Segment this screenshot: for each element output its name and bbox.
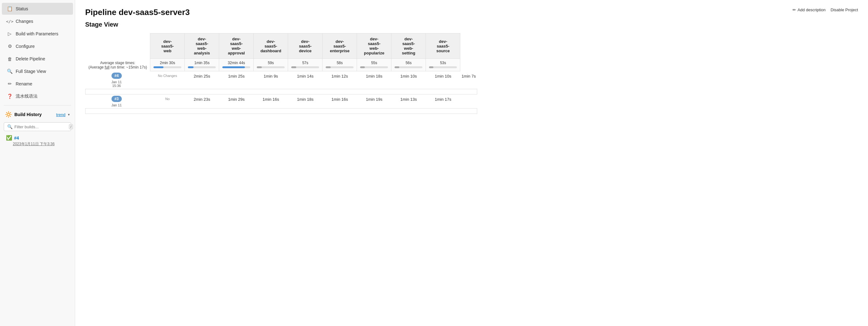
build-badge[interactable]: #3 bbox=[112, 96, 122, 102]
sidebar-item-label: Changes bbox=[16, 19, 33, 24]
stage-header-dashboard: dev- saas5- dashboard bbox=[254, 33, 288, 59]
stage-header-source: dev- saas5- source bbox=[426, 33, 460, 59]
build-badge[interactable]: #4 bbox=[112, 73, 122, 79]
action-buttons: ✏ Add description Disable Project bbox=[793, 7, 858, 12]
sidebar-item-build-with-parameters[interactable]: ▷ Build with Parameters bbox=[2, 28, 73, 40]
filter-builds-container[interactable]: 🔍 / bbox=[4, 122, 71, 131]
sidebar-item-label: 流水线语法 bbox=[16, 94, 38, 99]
build-time-cell: 1min 17s bbox=[426, 94, 460, 108]
stage-table: dev- saas5- webdev- saas5- web- analysis… bbox=[85, 33, 477, 114]
avg-time-dashboard: 59s bbox=[254, 59, 288, 71]
avg-time-web-analysis: 1min 35s bbox=[185, 59, 219, 71]
build-time-cell: 1min 18s bbox=[357, 71, 392, 89]
no-changes-cell: No Changes bbox=[150, 71, 185, 89]
page-title: Pipeline dev-saas5-server3 bbox=[85, 7, 190, 17]
sidebar-item-label: Full Stage View bbox=[16, 69, 46, 74]
build-time-cell: 1min 29s bbox=[219, 94, 254, 108]
build-time-cell: 1min 19s bbox=[357, 94, 392, 108]
stage-header-web-popularize: dev- saas5- web- popularize bbox=[357, 33, 392, 59]
no-changes-cell: No bbox=[150, 94, 185, 108]
build-time-cell: 1min 9s bbox=[254, 71, 288, 89]
trash-icon: 🗑 bbox=[7, 56, 12, 62]
sidebar-item-label: Configure bbox=[16, 44, 35, 49]
sidebar-item-pipeline-syntax[interactable]: ❓ 流水线语法 bbox=[2, 90, 73, 102]
build-time-cell: 1min 14s bbox=[288, 71, 322, 89]
main-content: Pipeline dev-saas5-server3 ✏ Add descrip… bbox=[75, 0, 868, 326]
stage-header-web-approval: dev- saas5- web- approval bbox=[219, 33, 254, 59]
avg-time-web-approval: 32min 44s bbox=[219, 59, 254, 71]
stage-header-device: dev- saas5- device bbox=[288, 33, 322, 59]
trend-link[interactable]: trend bbox=[56, 112, 65, 117]
gear-icon: ⚙ bbox=[7, 43, 12, 49]
question-icon: ❓ bbox=[7, 94, 12, 99]
stage-header-web-setting: dev- saas5- web- setting bbox=[392, 33, 426, 59]
stage-view-container: dev- saas5- webdev- saas5- web- analysis… bbox=[85, 33, 858, 114]
search-icon: 🔍 bbox=[7, 124, 12, 129]
avg-time-device: 57s bbox=[288, 59, 322, 71]
check-circle-icon: ✅ bbox=[6, 135, 12, 141]
avg-time-web-popularize: 55s bbox=[357, 59, 392, 71]
build-time-cell: 1min 13s bbox=[392, 94, 426, 108]
build-time-cell: 1min 18s bbox=[288, 94, 322, 108]
avg-time-enterprise: 58s bbox=[322, 59, 357, 71]
avg-label: Average stage times:(Average full run ti… bbox=[86, 59, 150, 71]
pencil-icon: ✏ bbox=[793, 7, 796, 12]
changes-icon: </> bbox=[7, 19, 12, 24]
disable-project-button[interactable]: Disable Project bbox=[831, 7, 858, 12]
stage-header-web: dev- saas5- web bbox=[150, 33, 185, 59]
sidebar-item-label: Rename bbox=[16, 82, 32, 86]
build-time-cell: 2min 23s bbox=[185, 94, 219, 108]
avg-time-web-setting: 56s bbox=[392, 59, 426, 71]
build-time-cell: 1min 7s bbox=[460, 71, 477, 89]
build-number-cell: #4 Jan 11 15:36 bbox=[86, 71, 150, 89]
sidebar-item-changes[interactable]: </> Changes bbox=[2, 15, 73, 27]
stage-header-web-analysis: dev- saas5- web- analysis bbox=[185, 33, 219, 59]
sidebar-divider bbox=[4, 105, 71, 105]
build-time-cell bbox=[460, 94, 477, 108]
sidebar-item-configure[interactable]: ⚙ Configure bbox=[2, 40, 73, 52]
sidebar-item-label: Status bbox=[16, 6, 28, 11]
table-row: #3 Jan 11 No2min 23s1min 29s1min 16s1min… bbox=[86, 94, 477, 108]
build-link[interactable]: ✅ #4 bbox=[6, 135, 70, 141]
build-history-section: 🔆 Build History trend ▾ bbox=[0, 108, 75, 121]
build-item: ✅ #4 2023年1月11日 下午3:36 bbox=[0, 132, 75, 149]
search-input[interactable] bbox=[14, 125, 67, 129]
status-icon: 📋 bbox=[7, 6, 12, 11]
build-time-cell: 2min 25s bbox=[185, 71, 219, 89]
build-time-cell: 1min 16s bbox=[254, 94, 288, 108]
build-time-cell: 1min 10s bbox=[392, 71, 426, 89]
chevron-down-icon: ▾ bbox=[68, 112, 70, 117]
sidebar: 📋 Status </> Changes ▷ Build with Parame… bbox=[0, 0, 75, 326]
build-date[interactable]: 2023年1月11日 下午3:36 bbox=[6, 141, 70, 147]
sidebar-item-full-stage-view[interactable]: 🔍 Full Stage View bbox=[2, 65, 73, 77]
sidebar-item-rename[interactable]: ✏ Rename bbox=[2, 78, 73, 90]
sidebar-item-delete-pipeline[interactable]: 🗑 Delete Pipeline bbox=[2, 53, 73, 65]
build-time-cell: 1min 10s bbox=[426, 71, 460, 89]
pencil-icon: ✏ bbox=[7, 81, 12, 87]
stage-view-title: Stage View bbox=[85, 21, 858, 28]
build-history-title: Build History bbox=[14, 112, 54, 117]
avg-time-web: 2min 30s bbox=[150, 59, 185, 71]
sidebar-item-label: Delete Pipeline bbox=[16, 56, 45, 61]
build-number-cell: #3 Jan 11 bbox=[86, 94, 150, 108]
play-icon: ▷ bbox=[7, 31, 12, 37]
sidebar-item-status[interactable]: 📋 Status bbox=[2, 3, 73, 15]
avg-time-source: 53s bbox=[426, 59, 460, 71]
sidebar-item-label: Build with Parameters bbox=[16, 31, 58, 36]
build-number: #4 bbox=[14, 135, 19, 140]
table-row: #4 Jan 11 15:36 No Changes2min 25s1min 2… bbox=[86, 71, 477, 89]
sun-icon: 🔆 bbox=[5, 111, 12, 118]
filter-shortcut: / bbox=[69, 124, 73, 129]
build-time-cell: 1min 12s bbox=[322, 71, 357, 89]
add-description-button[interactable]: ✏ Add description bbox=[793, 7, 826, 12]
build-time-cell: 1min 25s bbox=[219, 71, 254, 89]
build-time-cell: 1min 16s bbox=[322, 94, 357, 108]
stage-header-enterprise: dev- saas5- enterprise bbox=[322, 33, 357, 59]
search-icon: 🔍 bbox=[7, 68, 12, 74]
